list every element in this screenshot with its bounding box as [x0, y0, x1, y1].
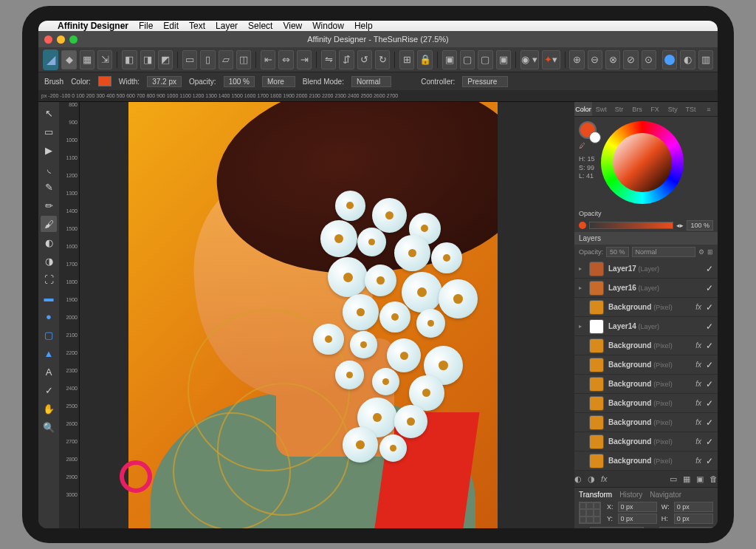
boolean-int-icon[interactable]: ⊗ — [605, 50, 620, 69]
layer-opts-1-icon[interactable]: ◧ — [122, 50, 137, 69]
visibility-toggle-icon[interactable]: ✓ — [706, 360, 713, 370]
corner-tool-icon[interactable]: ◟ — [41, 160, 57, 177]
layer-row[interactable]: Background (Pixel)fx✓ — [574, 336, 718, 355]
visibility-toggle-icon[interactable]: ✓ — [706, 321, 713, 332]
adjustment-icon[interactable]: ◑ — [588, 474, 595, 484]
layer-row[interactable]: Background (Pixel)fx✓ — [574, 298, 718, 317]
menu-edit[interactable]: Edit — [163, 21, 179, 31]
tab-stroke[interactable]: Str — [611, 102, 628, 116]
chevron-icon[interactable]: ▸ — [579, 284, 585, 291]
visibility-toggle-icon[interactable]: ✓ — [706, 398, 713, 409]
arrange-1-icon[interactable]: ▭ — [182, 50, 197, 69]
align-3-icon[interactable]: ⇥ — [297, 50, 312, 69]
visibility-toggle-icon[interactable]: ✓ — [706, 379, 713, 389]
eyedropper-tool-icon[interactable]: ✓ — [41, 382, 57, 398]
lock-icon[interactable]: 🔒 — [417, 50, 432, 69]
brush-tool-icon[interactable]: 🖌 — [41, 216, 57, 232]
more-dropdown[interactable]: More — [262, 76, 295, 87]
preferences-icon[interactable]: ◐ — [680, 50, 695, 69]
layer-opts-2-icon[interactable]: ◨ — [140, 50, 155, 69]
layer-opts-3-icon[interactable]: ◩ — [158, 50, 173, 69]
blend-dropdown[interactable]: Normal — [351, 76, 391, 87]
rotate-ccw-icon[interactable]: ↺ — [357, 50, 372, 69]
visibility-toggle-icon[interactable]: ✓ — [706, 264, 713, 274]
layer-fx-badge[interactable]: fx — [695, 341, 701, 349]
transform-r-input[interactable] — [590, 527, 644, 528]
move-tool-icon[interactable]: ↖ — [41, 105, 57, 121]
fill-tool-icon[interactable]: ◐ — [41, 234, 57, 250]
ruler-horizontal[interactable]: px -200 -100 0 100 200 300 400 500 600 7… — [38, 90, 718, 102]
layer-row[interactable]: ▸Layer17 (Layer)✓ — [574, 259, 718, 279]
flip-h-icon[interactable]: ⇋ — [321, 50, 336, 69]
layer-row[interactable]: Background (Pixel)fx✓ — [574, 451, 718, 471]
width-input[interactable]: 37.2 px — [147, 76, 182, 87]
insert-target-icon[interactable]: ◉ ▾ — [520, 50, 539, 69]
pen-tool-icon[interactable]: ✎ — [41, 179, 57, 195]
transparency-tool-icon[interactable]: ◑ — [41, 253, 57, 269]
tab-fx[interactable]: FX — [646, 102, 664, 116]
tab-styles[interactable]: Sty — [664, 102, 681, 116]
arrange-4-icon[interactable]: ◫ — [236, 50, 251, 69]
tab-more-icon[interactable]: ≡ — [700, 102, 718, 116]
color-swatch[interactable] — [98, 76, 111, 86]
controller-dropdown[interactable]: Pressure — [462, 76, 508, 87]
visibility-toggle-icon[interactable]: ✓ — [706, 417, 713, 428]
layer-row[interactable]: Background (Pixel)fx✓ — [574, 355, 718, 375]
boolean-xor-icon[interactable]: ⊘ — [623, 50, 638, 69]
order-backward-icon[interactable]: ▢ — [460, 50, 475, 69]
visibility-toggle-icon[interactable]: ✓ — [706, 456, 713, 466]
tab-navigator[interactable]: Navigator — [650, 491, 681, 499]
layer-fx-badge[interactable]: fx — [695, 303, 701, 311]
layers-header[interactable]: Layers — [574, 232, 718, 245]
layer-row[interactable]: ▸Layer14 (Layer)✓ — [574, 317, 718, 336]
order-back-icon[interactable]: ▣ — [442, 50, 457, 69]
persona-pixel-icon[interactable]: ▦ — [80, 50, 94, 69]
persona-vector-icon[interactable]: ◆ — [61, 50, 76, 69]
arrange-2-icon[interactable]: ▯ — [200, 50, 215, 69]
menu-view[interactable]: View — [283, 21, 302, 31]
boolean-sub-icon[interactable]: ⊖ — [588, 50, 602, 69]
layer-row[interactable]: Background (Pixel)fx✓ — [574, 432, 718, 451]
align-2-icon[interactable]: ⇔ — [278, 50, 293, 69]
layer-fx-badge[interactable]: fx — [695, 361, 701, 369]
order-front-icon[interactable]: ▣ — [496, 50, 511, 69]
transform-s-input[interactable] — [659, 527, 713, 528]
transform-h-input[interactable] — [674, 514, 713, 524]
app-logo-icon[interactable]: ◢ — [43, 50, 58, 70]
rotate-cw-icon[interactable]: ↻ — [375, 50, 390, 69]
account-icon[interactable] — [662, 50, 677, 69]
layer-settings-icon[interactable]: ⚙ — [698, 248, 704, 256]
tab-swatches[interactable]: Swt — [592, 102, 610, 116]
hand-tool-icon[interactable]: ✋ — [41, 400, 57, 417]
artboard-tool-icon[interactable]: ▭ — [41, 123, 57, 140]
layer-fx-badge[interactable]: fx — [695, 457, 701, 465]
align-1-icon[interactable]: ⇤ — [261, 50, 275, 69]
transform-w-input[interactable] — [674, 502, 713, 512]
chevron-icon[interactable]: ▸ — [579, 265, 585, 272]
menu-text[interactable]: Text — [189, 21, 205, 31]
color-wheel[interactable] — [601, 121, 684, 204]
menu-file[interactable]: File — [139, 21, 153, 31]
menu-help[interactable]: Help — [354, 21, 373, 31]
anchor-selector[interactable] — [579, 502, 601, 524]
layer-lock-icon[interactable]: ⊞ — [707, 248, 713, 256]
text-tool-icon[interactable]: A — [41, 364, 57, 380]
layer-row[interactable]: Background (Pixel)fx✓ — [574, 394, 718, 413]
layer-opacity-input[interactable]: 50 % — [606, 247, 629, 257]
shape-rrect-tool-icon[interactable]: ▢ — [41, 327, 57, 343]
layer-fx-badge[interactable]: fx — [695, 437, 701, 446]
chevron-icon[interactable]: ▸ — [579, 323, 585, 330]
transform-x-input[interactable] — [618, 502, 657, 512]
visibility-toggle-icon[interactable]: ✓ — [706, 341, 713, 351]
layers-list[interactable]: ▸Layer17 (Layer)✓▸Layer16 (Layer)✓Backgr… — [574, 259, 718, 471]
tab-transform[interactable]: Transform — [579, 491, 612, 499]
arrange-3-icon[interactable]: ▱ — [219, 50, 233, 69]
opacity-input[interactable]: 100 % — [224, 76, 255, 87]
boolean-add-icon[interactable]: ⊕ — [569, 50, 584, 69]
layer-fx-badge[interactable]: fx — [695, 399, 701, 407]
delete-layer-icon[interactable]: 🗑 — [709, 474, 718, 483]
visibility-toggle-icon[interactable]: ✓ — [706, 283, 713, 293]
snap-icon[interactable]: ⊞ — [399, 50, 414, 69]
menu-layer[interactable]: Layer — [216, 21, 238, 31]
group-icon[interactable]: ▣ — [696, 474, 704, 484]
